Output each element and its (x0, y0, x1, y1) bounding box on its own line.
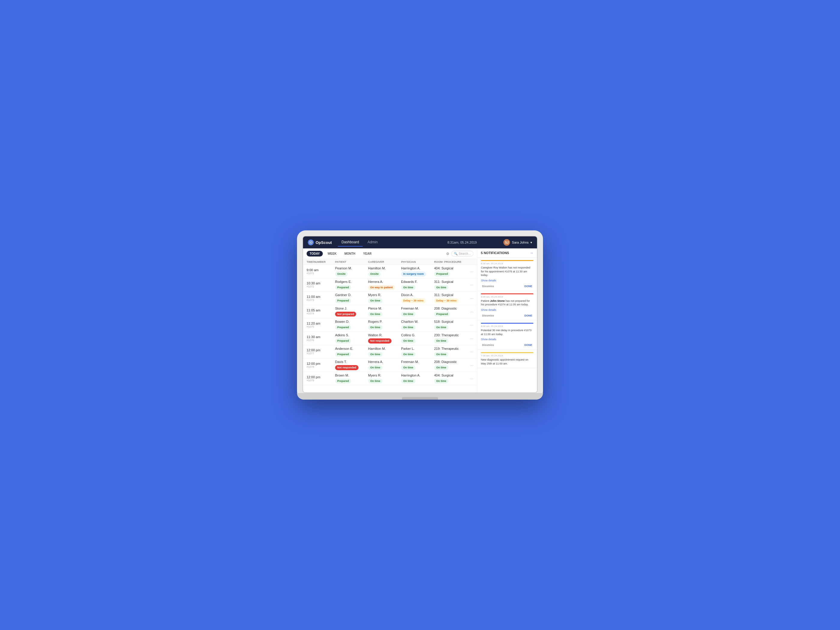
appt-num: #1072 (306, 285, 335, 288)
room-status-badge: On time (434, 325, 448, 330)
patient-cell: Anderson E. Prepared (335, 347, 368, 357)
done-button[interactable]: DONE (523, 343, 534, 347)
time-cell: 11:30 am #1076 (306, 335, 335, 342)
time-cell: 11:00 am #1073 (306, 295, 335, 302)
patient-status-badge: Not prepared (335, 312, 356, 317)
physician-name: Dixon A. (401, 293, 434, 297)
time: 12:00 pm (306, 362, 335, 365)
laptop-base (297, 393, 543, 399)
physician-name: Harrington A. (401, 374, 434, 377)
more-button[interactable]: ··· (468, 349, 474, 354)
room-status-badge: Prepared (434, 312, 450, 317)
toolbar: TODAY WEEK MONTH YEAR ⚙ 🔍 Search... (303, 248, 477, 259)
notif-arrow[interactable]: → (530, 251, 534, 255)
caregiver-name: Rogers P. (368, 320, 401, 324)
more-button[interactable]: ··· (468, 363, 474, 368)
laptop-notch (402, 397, 438, 399)
table-row[interactable]: 11:30 am #1076 Adkins S. Prepared Walton… (303, 332, 477, 345)
svg-point-2 (310, 242, 311, 243)
physician-status-badge: In surgery room (401, 272, 426, 276)
caregiver-cell: Myers R. On time (368, 374, 401, 384)
room-status-badge: On time (434, 365, 448, 370)
th-more (468, 261, 474, 264)
notif-header: 5 NOTIFICATIONS → (477, 248, 537, 258)
nav-tab-dashboard[interactable]: Dashboard (338, 238, 363, 246)
user-info[interactable]: SJ Sara Johns ▾ (504, 239, 532, 246)
room-name: 219: Therapeutic (434, 347, 468, 351)
search-box[interactable]: 🔍 Search... (451, 251, 474, 256)
table-row[interactable]: 12:00 pm #1077 Anderson E. Prepared Hami… (303, 345, 477, 359)
more-button[interactable]: ··· (468, 376, 474, 381)
table-row[interactable]: 9:00 am #1071 Pearson M. Onsite Hamilton… (303, 265, 477, 278)
more-button[interactable]: ··· (468, 282, 474, 287)
room-status-badge: Prepared (434, 272, 450, 276)
table-body: 9:00 am #1071 Pearson M. Onsite Hamilton… (303, 265, 477, 385)
patient-name: Anderson E. (335, 347, 368, 351)
time-cell: 12:00 pm #1078 (306, 362, 335, 368)
patient-cell: Gardner D. Prepared (335, 293, 368, 303)
time: 12:00 pm (306, 348, 335, 352)
show-details-link[interactable]: Show details (481, 279, 496, 282)
caregiver-cell: Hamilton M. Onsite (368, 267, 401, 276)
more-button[interactable]: ··· (468, 322, 474, 327)
caregiver-status-badge: On time (368, 298, 382, 303)
room-name: 311: Surgical (434, 280, 468, 284)
notif-time: 8:00 am, 05.24.2019 (481, 325, 534, 328)
table-row[interactable]: 11:20 am #1075 Bowen D. Prepared Rogers … (303, 318, 477, 332)
room-name: 518: Surgical (434, 320, 468, 324)
patient-name: Davis T. (335, 360, 368, 363)
nav-tab-admin[interactable]: Admin (364, 238, 381, 246)
dismiss-button[interactable]: Dissmiss (481, 343, 495, 347)
physician-name: Edwards F. (401, 280, 434, 284)
table-row[interactable]: 11:00 am #1073 Gardner D. Prepared Myers… (303, 292, 477, 305)
more-button[interactable]: ··· (468, 336, 474, 341)
done-button[interactable]: DONE (523, 284, 534, 288)
search-placeholder: Search... (459, 252, 471, 255)
laptop-screen: OpScout Dashboard Admin 8:31am, 05.24.20… (302, 236, 538, 393)
period-month[interactable]: MONTH (341, 251, 358, 256)
dismiss-button[interactable]: Dissmiss (481, 314, 495, 318)
filter-icon[interactable]: ⚙ (446, 252, 449, 256)
more-button[interactable]: ··· (468, 309, 474, 314)
physician-status-badge: On time (401, 352, 415, 357)
table-row[interactable]: 10:30 am #1072 Rodgers E. Prepared Herre… (303, 278, 477, 292)
caregiver-cell: Rogers P. On time (368, 320, 401, 330)
room-name: 230: Therapeutic (434, 333, 468, 337)
physician-name: Freeman M. (401, 360, 434, 363)
room-status-badge: On time (434, 379, 448, 384)
more-button[interactable]: ··· (468, 269, 474, 274)
caregiver-status-badge: On time (368, 325, 382, 330)
notif-text: Caregiver Roy Walton has not responded f… (481, 266, 534, 277)
table-row[interactable]: 11:05 am #1074 Stone J. Not prepared Pie… (303, 305, 477, 319)
time-cell: 11:05 am #1074 (306, 308, 335, 315)
more-button[interactable]: ··· (468, 296, 474, 301)
caregiver-cell: Walton R. Not responded (368, 333, 401, 344)
patient-status-badge: Prepared (335, 325, 351, 330)
physician-status-badge: On time (401, 365, 415, 370)
room-name: 404: Surgical (434, 267, 468, 270)
notif-time: 8:05 am, 05.24.2019 (481, 295, 534, 298)
show-details-link[interactable]: Show details (481, 338, 496, 341)
caregiver-name: Walton R. (368, 333, 401, 337)
patient-status-badge: Onsite (335, 272, 348, 276)
period-year[interactable]: YEAR (360, 251, 375, 256)
caregiver-cell: Myers R. On time (368, 293, 401, 303)
caregiver-cell: Herrera A. On way to patient (368, 280, 401, 290)
dismiss-button[interactable]: Dissmiss (481, 284, 495, 288)
schedule-table: Time/Number Patient Caregiver Physician … (303, 259, 477, 392)
logo-text: OpScout (316, 240, 332, 245)
physician-cell: Harrington A. On time (401, 374, 434, 384)
table-row[interactable]: 12:00 pm #1079 Brown M. Prepared Myers R… (303, 372, 477, 385)
patient-cell: Bowen D. Prepared (335, 320, 368, 330)
patient-status-badge: Prepared (335, 285, 351, 290)
period-today[interactable]: TODAY (306, 251, 323, 256)
notif-list: 8:30 am, 05.24.2019 Caregiver Roy Walton… (477, 258, 537, 392)
appt-num: #1071 (306, 272, 335, 275)
patient-name: Adkins S. (335, 333, 368, 337)
done-button[interactable]: DONE (523, 314, 534, 318)
show-details-link[interactable]: Show details (481, 308, 496, 311)
period-week[interactable]: WEEK (325, 251, 339, 256)
table-row[interactable]: 12:00 pm #1078 Davis T. Not responded He… (303, 358, 477, 372)
th-patient: Patient (335, 261, 368, 264)
patient-cell: Pearson M. Onsite (335, 267, 368, 276)
